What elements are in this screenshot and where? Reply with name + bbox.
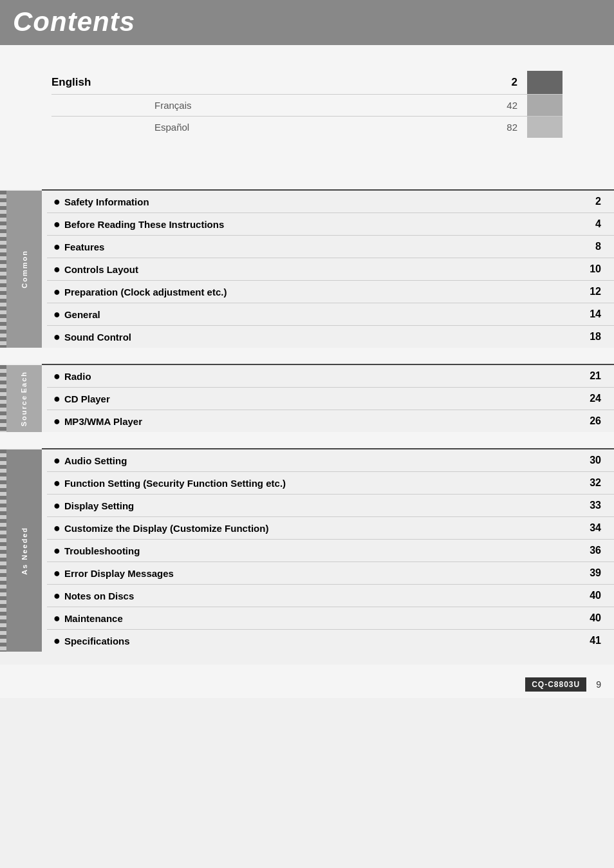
language-bar-francais [527, 95, 563, 116]
needed-label-text: As Needed [21, 527, 28, 575]
toc-item-general: ● General 14 [47, 303, 614, 326]
common-label-col: Common [0, 191, 42, 348]
language-list: English 2 Français 42 Español 82 [51, 71, 563, 138]
language-section: English 2 Français 42 Español 82 [0, 45, 614, 157]
as-needed-items: ● Audio Setting 30 ● Function Setting (S… [47, 449, 614, 652]
spacer-2 [0, 348, 614, 364]
section-each-source: Each Source ● Radio 21 ● CD Player 24 ● … [0, 365, 614, 432]
each-stripe [0, 365, 6, 432]
common-stripe [0, 191, 6, 348]
toc-item-notes-on-discs: ● Notes on Discs 40 [47, 585, 614, 607]
language-page-espanol: 82 [507, 122, 517, 133]
toc-item-troubleshooting: ● Troubleshooting 36 [47, 540, 614, 562]
toc-item-cd-player: ● CD Player 24 [47, 388, 614, 410]
toc-item-before-reading: ● Before Reading These Instructions 4 [47, 213, 614, 236]
as-needed-label-col: As Needed [0, 449, 42, 652]
each-label-text1: Each [21, 371, 28, 393]
toc-item-customize-display: ● Customize the Display (Customize Funct… [47, 517, 614, 540]
toc-item-audio-setting: ● Audio Setting 30 [47, 449, 614, 472]
toc-item-maintenance: ● Maintenance 40 [47, 607, 614, 630]
needed-label-bg: As Needed [6, 449, 42, 652]
each-source-items: ● Radio 21 ● CD Player 24 ● MP3/WMA Play… [47, 365, 614, 432]
toc-item-controls-layout: ● Controls Layout 10 [47, 258, 614, 281]
toc-item-sound-control: ● Sound Control 18 [47, 326, 614, 348]
page-title: Contents [13, 6, 135, 37]
toc-item-specifications: ● Specifications 41 [47, 630, 614, 652]
toc-item-radio: ● Radio 21 [47, 365, 614, 388]
section-common: Common ● Safety Information 2 ● Before R… [0, 191, 614, 348]
page-footer: CQ-C8803U 9 [0, 665, 614, 698]
language-row-english: English 2 [51, 71, 563, 95]
language-name-francais: Français [154, 100, 283, 111]
toc-item-mp3wma-player: ● MP3/WMA Player 26 [47, 410, 614, 432]
needed-stripe [0, 449, 6, 652]
toc-item-preparation: ● Preparation (Clock adjustment etc.) 12 [47, 281, 614, 303]
each-source-label-col: Each Source [0, 365, 42, 432]
toc-item-safety: ● Safety Information 2 [47, 191, 614, 213]
common-label-text: Common [21, 250, 28, 288]
footer-page-number: 9 [596, 679, 601, 690]
page-header: Contents [0, 0, 614, 45]
toc-item-error-display: ● Error Display Messages 39 [47, 562, 614, 585]
each-label-text2: Source [21, 395, 28, 426]
language-row-francais: Français 42 [51, 95, 563, 117]
spacer-3 [0, 432, 614, 448]
language-name-espanol: Español [154, 122, 283, 133]
language-page-english: 2 [512, 76, 517, 89]
common-label-bg: Common [6, 191, 42, 348]
language-page-francais: 42 [507, 100, 517, 111]
each-label-bg: Each Source [6, 365, 42, 432]
toc-item-features: ● Features 8 [47, 236, 614, 258]
language-name-english: English [51, 76, 180, 89]
toc-item-function-setting: ● Function Setting (Security Function Se… [47, 472, 614, 495]
common-items: ● Safety Information 2 ● Before Reading … [47, 191, 614, 348]
language-row-espanol: Español 82 [51, 117, 563, 138]
language-bar-english [527, 71, 563, 94]
language-bar-espanol [527, 117, 563, 138]
section-as-needed: As Needed ● Audio Setting 30 ● Function … [0, 449, 614, 652]
footer-model-badge: CQ-C8803U [525, 677, 586, 692]
toc-item-display-setting: ● Display Setting 33 [47, 495, 614, 517]
spacer-1 [0, 157, 614, 189]
toc-sections: Common ● Safety Information 2 ● Before R… [0, 189, 614, 652]
